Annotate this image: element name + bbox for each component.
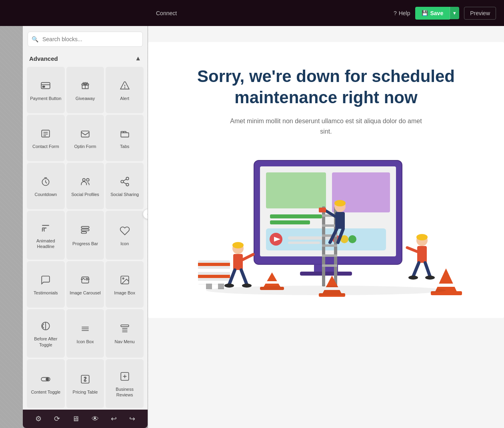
content-toggle-icon: [40, 374, 51, 386]
chevron-down-icon: ▾: [453, 10, 456, 16]
content-toggle-label: Content Toggle: [31, 389, 60, 395]
section-header: Advanced ▲: [23, 52, 148, 65]
block-item-optin-form[interactable]: Optin Form: [66, 115, 104, 161]
block-item-social-profiles[interactable]: Social Profiles: [66, 163, 104, 209]
svg-point-74: [224, 284, 234, 288]
block-item-progress-bar[interactable]: Progress Bar: [66, 211, 104, 260]
svg-rect-12: [81, 131, 89, 137]
tabs-icon: [120, 128, 130, 140]
tabs-label: Tabs: [120, 144, 129, 149]
block-item-tabs[interactable]: Tabs: [106, 115, 144, 161]
svg-line-22: [123, 179, 126, 181]
svg-rect-69: [233, 254, 243, 270]
svg-text:H: H: [42, 227, 45, 232]
testimonials-label: Testimonials: [34, 290, 58, 296]
svg-point-18: [126, 177, 129, 180]
save-dropdown-button[interactable]: ▾: [450, 7, 459, 19]
block-item-nav-menu[interactable]: Nav Menu: [106, 309, 144, 358]
save-label: Save: [430, 10, 444, 16]
svg-rect-0: [41, 82, 50, 88]
social-sharing-label: Social Sharing: [110, 192, 139, 197]
pricing-table-label: Pricing Table: [73, 389, 98, 395]
animated-headline-icon: H: [40, 223, 51, 235]
svg-point-98: [425, 276, 435, 280]
payment-button-icon: [40, 80, 51, 92]
svg-point-40: [46, 378, 49, 381]
preview-button[interactable]: Preview: [464, 7, 496, 20]
block-item-countdown[interactable]: Countdown: [27, 163, 65, 209]
svg-line-71: [243, 254, 253, 260]
block-item-alert[interactable]: Alert: [106, 67, 144, 113]
redo-icon[interactable]: ↪: [129, 414, 135, 423]
svg-rect-55: [288, 242, 320, 244]
chevron-up-icon[interactable]: ▲: [135, 55, 141, 62]
block-item-image-box[interactable]: Image Box: [106, 261, 144, 308]
svg-point-93: [416, 234, 428, 240]
block-item-giveaway[interactable]: Giveaway: [66, 67, 104, 113]
svg-rect-88: [319, 208, 326, 212]
icon-label: Icon: [120, 241, 129, 246]
svg-rect-79: [322, 224, 337, 227]
svg-rect-35: [121, 325, 129, 327]
maintenance-title: Sorry, we're down for scheduled maintena…: [180, 66, 472, 108]
social-profiles-icon: [80, 176, 90, 188]
svg-point-30: [122, 278, 124, 279]
block-item-animated-headline[interactable]: HAnimated Headline: [27, 211, 65, 260]
preview-icon[interactable]: 👁: [92, 415, 99, 423]
block-item-social-sharing[interactable]: Social Sharing: [106, 163, 144, 209]
svg-point-7: [124, 88, 125, 88]
svg-point-16: [82, 178, 85, 181]
question-icon: ?: [394, 10, 397, 16]
svg-rect-66: [206, 284, 212, 289]
sidebar-footer: ⚙ ⟳ 🖥 👁 ↩ ↪: [23, 410, 148, 428]
svg-rect-85: [335, 212, 345, 229]
svg-rect-92: [417, 246, 427, 263]
animated-headline-label: Animated Headline: [29, 238, 62, 250]
search-bar: 🔍: [28, 32, 143, 47]
section-title: Advanced: [29, 55, 58, 62]
block-item-before-after-toggle[interactable]: Before After Toggle: [27, 309, 65, 358]
image-carousel-label: Image Carousel: [70, 290, 101, 296]
svg-rect-26: [81, 226, 89, 228]
svg-rect-49: [270, 220, 310, 224]
settings-icon[interactable]: ⚙: [35, 414, 42, 423]
block-item-pricing-table[interactable]: Pricing Table: [66, 359, 104, 408]
block-item-contact-form[interactable]: Contact Form: [27, 115, 65, 161]
block-item-icon[interactable]: Icon: [106, 211, 144, 260]
svg-marker-99: [263, 272, 281, 288]
block-item-payment-button[interactable]: Payment Button: [27, 67, 65, 113]
image-box-label: Image Box: [114, 290, 135, 296]
svg-rect-60: [300, 272, 352, 276]
svg-line-95: [413, 263, 419, 276]
block-item-testimonials[interactable]: Testimonials: [27, 261, 65, 308]
history-icon[interactable]: ⟳: [54, 414, 60, 423]
social-profiles-label: Social Profiles: [71, 192, 99, 197]
search-input[interactable]: [28, 32, 143, 47]
svg-rect-13: [121, 133, 129, 137]
svg-point-20: [126, 183, 129, 186]
nav-menu-icon: [120, 324, 130, 336]
alert-label: Alert: [120, 96, 129, 101]
desktop-icon[interactable]: 🖥: [72, 415, 79, 423]
progress-bar-label: Progress Bar: [72, 241, 98, 246]
svg-line-96: [425, 263, 430, 276]
social-sharing-icon: [120, 176, 130, 188]
blocks-grid: Payment ButtonGiveawayAlertContact FormO…: [23, 65, 148, 410]
svg-line-21: [123, 182, 126, 184]
before-after-toggle-icon: [40, 321, 51, 333]
save-button[interactable]: 💾 Save: [415, 7, 450, 20]
svg-point-28: [86, 278, 88, 280]
undo-icon[interactable]: ↩: [111, 414, 117, 423]
topbar-connect-label: Connect: [156, 10, 177, 16]
block-item-image-carousel[interactable]: Image Carousel: [66, 261, 104, 308]
block-item-icon-box[interactable]: Icon Box: [66, 309, 104, 358]
optin-form-label: Optin Form: [74, 144, 96, 149]
svg-point-70: [232, 242, 244, 248]
svg-point-19: [121, 180, 124, 183]
icon-box-label: Icon Box: [77, 339, 94, 344]
block-item-business-reviews[interactable]: Business Reviews: [106, 359, 144, 408]
block-item-content-toggle[interactable]: Content Toggle: [27, 359, 65, 408]
svg-line-72: [229, 270, 235, 284]
svg-rect-107: [436, 284, 457, 287]
maintenance-illustration: [186, 148, 466, 302]
